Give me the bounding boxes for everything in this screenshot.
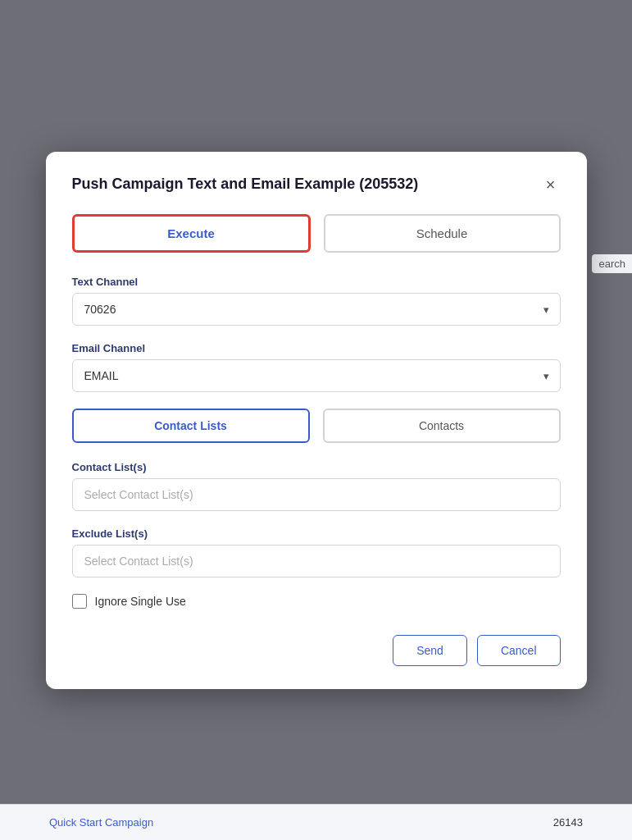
close-button[interactable]: × — [541, 175, 561, 194]
sub-tab-contact-lists[interactable]: Contact Lists — [72, 409, 310, 443]
send-button[interactable]: Send — [393, 635, 467, 666]
exclude-lists-label: Exclude List(s) — [72, 527, 561, 540]
modal-header: Push Campaign Text and Email Example (20… — [72, 175, 561, 194]
bottom-number: 26143 — [553, 816, 583, 829]
modal-footer: Send Cancel — [72, 635, 561, 666]
text-channel-label: Text Channel — [72, 276, 561, 288]
tab-schedule[interactable]: Schedule — [324, 214, 561, 253]
sub-tab-contacts[interactable]: Contacts — [323, 409, 561, 443]
main-tab-group: Execute Schedule — [72, 214, 561, 253]
ignore-single-use-label: Ignore Single Use — [95, 595, 186, 608]
text-channel-select-wrapper: 70626 ▾ — [72, 293, 561, 326]
exclude-lists-field-wrapper: Exclude List(s) — [72, 527, 561, 578]
email-channel-select-wrapper: EMAIL ▾ — [72, 359, 561, 392]
cancel-button[interactable]: Cancel — [477, 635, 561, 666]
contact-lists-input[interactable] — [72, 478, 561, 511]
email-channel-label: Email Channel — [72, 342, 561, 354]
tab-execute[interactable]: Execute — [72, 214, 311, 253]
background-search-hint: earch — [592, 254, 632, 273]
sub-tab-group: Contact Lists Contacts — [72, 409, 561, 443]
text-channel-select[interactable]: 70626 — [72, 293, 561, 326]
exclude-lists-input[interactable] — [72, 545, 561, 578]
contact-lists-label: Contact List(s) — [72, 461, 561, 473]
ignore-single-use-row: Ignore Single Use — [72, 594, 561, 609]
ignore-single-use-checkbox[interactable] — [72, 594, 87, 609]
modal-dialog: Push Campaign Text and Email Example (20… — [46, 152, 587, 689]
modal-title: Push Campaign Text and Email Example (20… — [72, 176, 419, 193]
quick-start-link[interactable]: Quick Start Campaign — [49, 816, 153, 829]
bottom-bar: Quick Start Campaign 26143 — [0, 804, 632, 840]
email-channel-select[interactable]: EMAIL — [72, 359, 561, 392]
contact-lists-field-wrapper: Contact List(s) — [72, 461, 561, 511]
